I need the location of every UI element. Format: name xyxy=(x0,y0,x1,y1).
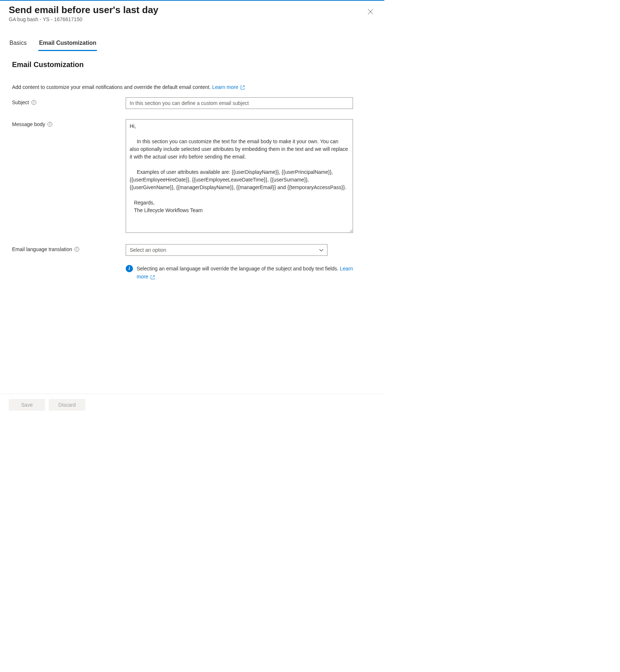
save-button[interactable]: Save xyxy=(9,399,45,411)
subject-label: Subject xyxy=(12,99,29,105)
discard-button[interactable]: Discard xyxy=(49,399,85,411)
section-intro: Add content to customize your email noti… xyxy=(9,84,376,90)
message-body-input[interactable] xyxy=(126,119,353,233)
info-circle-icon: i xyxy=(126,265,133,272)
info-icon[interactable] xyxy=(74,247,79,252)
footer: Save Discard xyxy=(0,394,384,415)
learn-more-link[interactable]: Learn more xyxy=(212,84,244,90)
learn-more-text: Learn more xyxy=(212,84,238,90)
language-info-text: Selecting an email language will overrid… xyxy=(137,265,354,281)
close-icon xyxy=(368,9,373,15)
language-label: Email language translation xyxy=(12,246,72,252)
tab-basics[interactable]: Basics xyxy=(9,37,27,51)
section-title: Email Customization xyxy=(9,60,376,69)
svg-point-7 xyxy=(50,123,50,124)
subject-input[interactable] xyxy=(126,97,353,109)
close-button[interactable] xyxy=(365,7,376,18)
svg-point-10 xyxy=(77,248,77,249)
language-select[interactable]: Select an option xyxy=(126,244,327,256)
svg-point-4 xyxy=(34,101,34,102)
page-title: Send email before user's last day xyxy=(9,4,158,16)
message-body-label: Message body xyxy=(12,121,45,127)
intro-text: Add content to customize your email noti… xyxy=(12,84,211,90)
external-link-icon xyxy=(150,275,155,280)
info-icon[interactable] xyxy=(47,122,52,127)
info-icon[interactable] xyxy=(31,100,36,105)
language-info-span: Selecting an email language will overrid… xyxy=(137,266,338,271)
tab-bar: Basics Email Customization xyxy=(9,37,376,51)
page-subtitle: GA bug bash - YS - 1676617150 xyxy=(9,16,158,22)
tab-email-customization[interactable]: Email Customization xyxy=(38,37,97,51)
external-link-icon xyxy=(240,85,245,90)
